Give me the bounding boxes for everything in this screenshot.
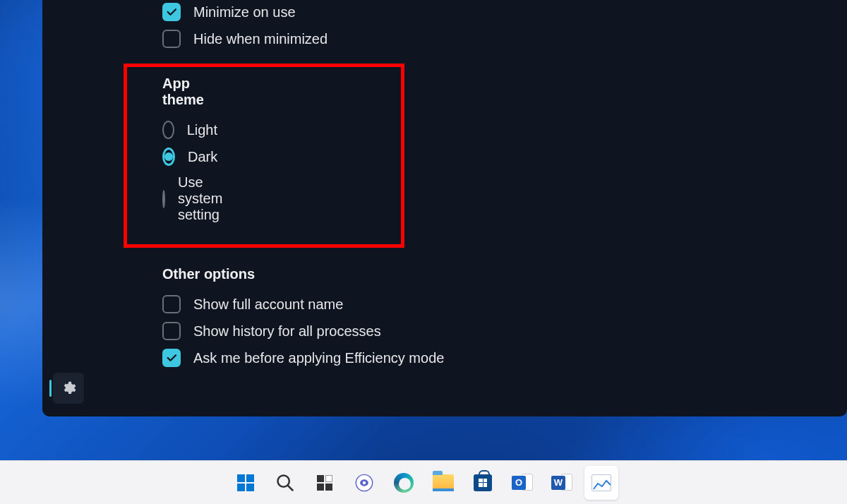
task-manager-settings-window: Minimize on use Hide when minimized App … bbox=[42, 0, 847, 416]
theme-light-radio[interactable] bbox=[162, 121, 174, 139]
theme-dark-radio[interactable] bbox=[162, 148, 175, 166]
windows-start-icon bbox=[237, 474, 254, 491]
outlook-icon: O bbox=[512, 472, 533, 493]
taskbar: O W bbox=[0, 460, 847, 504]
show-full-account-label: Show full account name bbox=[193, 296, 343, 313]
taskbar-word-button[interactable]: W bbox=[545, 466, 579, 500]
word-icon: W bbox=[551, 472, 572, 493]
taskbar-store-button[interactable] bbox=[466, 466, 500, 500]
theme-light-label: Light bbox=[187, 122, 217, 138]
theme-dark-row: Dark bbox=[162, 148, 217, 166]
show-history-all-row: Show history for all processes bbox=[162, 322, 847, 340]
show-history-all-label: Show history for all processes bbox=[193, 323, 381, 340]
taskbar-task-view-button[interactable] bbox=[308, 466, 342, 500]
minimize-on-use-label: Minimize on use bbox=[193, 4, 296, 20]
theme-light-row: Light bbox=[162, 121, 217, 139]
theme-system-radio[interactable] bbox=[162, 190, 165, 208]
other-options-title: Other options bbox=[162, 266, 847, 282]
taskbar-edge-button[interactable] bbox=[387, 466, 421, 500]
show-history-all-checkbox[interactable] bbox=[162, 322, 181, 340]
taskbar-task-manager-button[interactable] bbox=[584, 466, 618, 500]
edge-icon bbox=[394, 473, 414, 493]
theme-system-row: Use system setting bbox=[162, 174, 217, 223]
chat-icon bbox=[354, 473, 374, 493]
efficiency-confirm-row: Ask me before applying Efficiency mode bbox=[162, 349, 847, 367]
minimize-on-use-row: Minimize on use bbox=[162, 3, 847, 21]
task-manager-icon bbox=[591, 474, 611, 491]
app-theme-highlight: App theme Light Dark Use system setting bbox=[124, 64, 404, 248]
taskbar-file-explorer-button[interactable] bbox=[426, 466, 460, 500]
settings-nav-button[interactable] bbox=[53, 373, 84, 404]
hide-when-minimized-row: Hide when minimized bbox=[162, 30, 847, 48]
minimize-on-use-checkbox[interactable] bbox=[162, 3, 181, 21]
app-theme-title: App theme bbox=[162, 76, 217, 108]
folder-icon bbox=[433, 474, 454, 491]
taskbar-start-button[interactable] bbox=[229, 466, 263, 500]
hide-when-minimized-label: Hide when minimized bbox=[193, 31, 328, 47]
svg-point-3 bbox=[363, 481, 366, 484]
taskbar-outlook-button[interactable]: O bbox=[505, 466, 539, 500]
store-icon bbox=[474, 474, 492, 491]
efficiency-confirm-checkbox[interactable] bbox=[162, 349, 181, 367]
theme-dark-label: Dark bbox=[188, 149, 217, 165]
task-view-icon bbox=[317, 475, 332, 491]
svg-line-1 bbox=[288, 486, 292, 490]
hide-when-minimized-checkbox[interactable] bbox=[162, 30, 181, 48]
taskbar-search-button[interactable] bbox=[268, 466, 302, 500]
taskbar-chat-button[interactable] bbox=[347, 466, 381, 500]
gear-icon bbox=[61, 380, 76, 396]
search-icon bbox=[275, 473, 295, 493]
show-full-account-checkbox[interactable] bbox=[162, 295, 181, 313]
theme-system-label: Use system setting bbox=[178, 174, 222, 223]
efficiency-confirm-label: Ask me before applying Efficiency mode bbox=[193, 350, 444, 366]
show-full-account-row: Show full account name bbox=[162, 295, 847, 313]
desktop-background: Minimize on use Hide when minimized App … bbox=[0, 0, 847, 504]
